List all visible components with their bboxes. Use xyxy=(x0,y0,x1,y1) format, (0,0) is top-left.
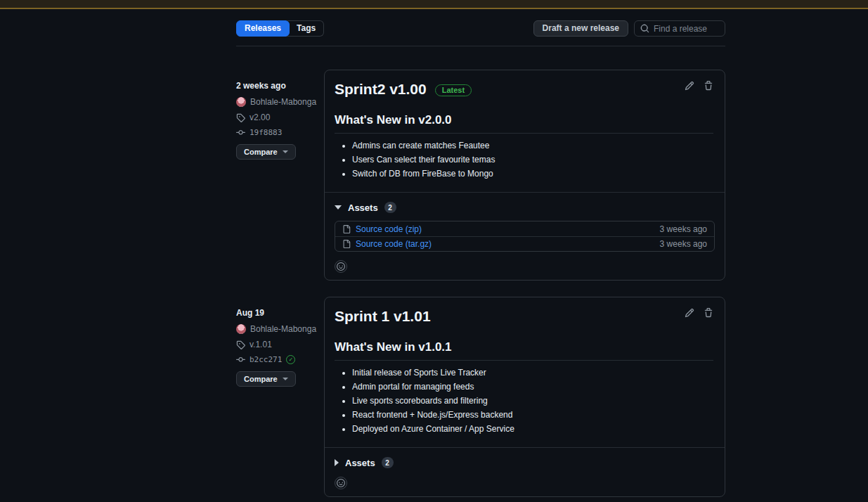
file-zip-icon xyxy=(342,240,351,248)
latest-badge: Latest xyxy=(435,84,472,96)
compare-label: Compare xyxy=(244,375,278,383)
assets-list: Source code (zip) 3 weeks ago Source cod… xyxy=(335,221,715,252)
release-row: Aug 19 Bohlale-Mabonga v.1.01 b2cc271 ✓ … xyxy=(236,297,725,497)
trash-icon xyxy=(704,81,713,91)
pencil-icon xyxy=(685,308,694,318)
release-notes-heading: What's New in v2.0.0 xyxy=(335,113,713,134)
commit-hash[interactable]: 19f8883 xyxy=(250,128,282,137)
release-actions xyxy=(685,308,713,318)
release-note: React frontend + Node.js/Express backend xyxy=(352,411,713,420)
releases-page: Releases Tags Draft a new release 2 week… xyxy=(236,20,725,497)
release-notes-heading: What's New in v1.0.1 xyxy=(335,340,713,361)
asset-link-targz[interactable]: Source code (tar.gz) xyxy=(356,239,432,249)
release-notes: What's New in v1.0.1 Initial release of … xyxy=(325,340,725,434)
release-title: Sprint2 v1.00 xyxy=(335,81,427,98)
release-title: Sprint 1 v1.01 xyxy=(335,308,431,325)
asset-age: 3 weeks ago xyxy=(660,224,707,234)
release-notes-list: Initial release of Sports Live Tracker A… xyxy=(335,368,713,434)
compare-label: Compare xyxy=(244,148,278,156)
avatar[interactable] xyxy=(236,324,246,334)
release-sidebar: Aug 19 Bohlale-Mabonga v.1.01 b2cc271 ✓ … xyxy=(236,297,324,497)
draft-new-release-button[interactable]: Draft a new release xyxy=(533,20,628,37)
trash-icon xyxy=(704,308,713,318)
release-commit-row: b2cc271 ✓ xyxy=(236,355,324,364)
release-sidebar: 2 weeks ago Bohlale-Mabonga v2.00 19f888… xyxy=(236,70,324,281)
assets-section: Assets 2 xyxy=(325,447,725,496)
release-note: Initial release of Sports Live Tracker xyxy=(352,368,713,378)
assets-count-badge: 2 xyxy=(382,457,394,468)
compare-button[interactable]: Compare xyxy=(236,144,296,160)
tab-releases[interactable]: Releases xyxy=(236,20,290,37)
release-note: Switch of DB from FireBase to Mongo xyxy=(352,169,713,179)
release-note: Live sports scoreboards and filtering xyxy=(352,397,713,406)
triangle-down-icon xyxy=(335,205,342,210)
author-link[interactable]: Bohlale-Mabonga xyxy=(250,97,316,107)
release-card-header: Sprint 1 v1.01 xyxy=(325,297,725,325)
smiley-icon xyxy=(337,479,345,487)
release-tag-row: v.1.01 xyxy=(236,340,324,349)
asset-row: Source code (tar.gz) 3 weeks ago xyxy=(335,236,714,251)
releases-tags-switch: Releases Tags xyxy=(236,20,324,37)
commit-hash[interactable]: b2cc271 xyxy=(250,355,282,364)
release-date: 2 weeks ago xyxy=(236,81,324,91)
verified-check-icon[interactable]: ✓ xyxy=(286,355,295,364)
tag-icon xyxy=(236,340,245,349)
asset-link-zip[interactable]: Source code (zip) xyxy=(356,224,422,234)
commit-icon xyxy=(236,128,245,137)
edit-release-button[interactable] xyxy=(685,308,694,318)
release-tag-row: v2.00 xyxy=(236,112,324,122)
release-actions xyxy=(685,81,713,91)
file-zip-icon xyxy=(342,225,351,233)
toolbar-actions: Draft a new release xyxy=(533,20,725,37)
asset-row: Source code (zip) 3 weeks ago xyxy=(335,221,714,236)
release-notes: What's New in v2.0.0 Admins can create m… xyxy=(325,113,725,179)
assets-toggle[interactable]: Assets 2 xyxy=(335,457,715,468)
top-banner xyxy=(0,0,868,9)
release-note: Users Can select their favourite temas xyxy=(352,155,713,165)
release-card-header: Sprint2 v1.00 Latest xyxy=(325,70,725,98)
release-note: Admin portal for managing feeds xyxy=(352,382,713,392)
chevron-down-icon xyxy=(283,150,288,153)
release-note: Deployed on Azure Container / App Servic… xyxy=(352,425,713,434)
release-note: Admins can create matches Feautee xyxy=(352,141,713,150)
releases-toolbar: Releases Tags Draft a new release xyxy=(236,20,725,46)
assets-label: Assets xyxy=(345,458,375,468)
chevron-down-icon xyxy=(283,378,288,380)
add-reaction-button[interactable] xyxy=(335,260,347,273)
assets-label: Assets xyxy=(348,202,378,213)
triangle-right-icon xyxy=(335,459,339,466)
release-commit-row: 19f8883 xyxy=(236,128,324,137)
release-author-row: Bohlale-Mabonga xyxy=(236,97,324,107)
find-release-search[interactable] xyxy=(634,20,725,37)
release-row: 2 weeks ago Bohlale-Mabonga v2.00 19f888… xyxy=(236,70,725,281)
release-date: Aug 19 xyxy=(236,308,324,318)
tag-name[interactable]: v.1.01 xyxy=(250,340,272,349)
compare-button[interactable]: Compare xyxy=(236,371,296,387)
edit-release-button[interactable] xyxy=(685,81,694,91)
search-input[interactable] xyxy=(654,24,719,34)
release-author-row: Bohlale-Mabonga xyxy=(236,324,324,334)
commit-icon xyxy=(236,355,245,364)
smiley-icon xyxy=(337,262,345,271)
tag-icon xyxy=(236,113,245,122)
delete-release-button[interactable] xyxy=(704,308,713,318)
author-link[interactable]: Bohlale-Mabonga xyxy=(250,324,316,334)
search-icon xyxy=(640,24,649,33)
assets-section: Assets 2 Source code (zip) 3 weeks ago S… xyxy=(325,192,725,280)
add-reaction-button[interactable] xyxy=(335,477,347,489)
asset-age: 3 weeks ago xyxy=(660,239,707,249)
release-card: Sprint2 v1.00 Latest What's New in v2.0.… xyxy=(324,70,725,281)
release-notes-list: Admins can create matches Feautee Users … xyxy=(335,141,713,179)
release-card: Sprint 1 v1.01 What's New in v1.0.1 Init… xyxy=(324,297,725,497)
pencil-icon xyxy=(685,81,694,91)
avatar[interactable] xyxy=(236,97,246,107)
delete-release-button[interactable] xyxy=(704,81,713,91)
assets-count-badge: 2 xyxy=(384,202,396,213)
tag-name[interactable]: v2.00 xyxy=(250,112,270,122)
assets-toggle[interactable]: Assets 2 xyxy=(335,202,715,213)
tab-tags[interactable]: Tags xyxy=(287,20,324,37)
